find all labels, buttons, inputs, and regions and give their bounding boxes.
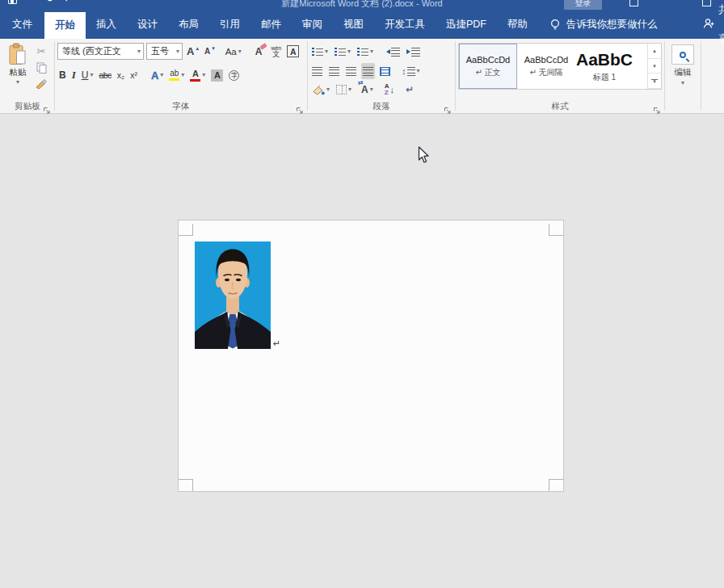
styles-scroll-down-icon[interactable]: ▾ xyxy=(648,59,661,74)
asian-layout-button[interactable]: ⇄A▾ xyxy=(360,82,375,98)
align-right-icon xyxy=(346,67,356,76)
text-effects-button[interactable]: A▾ xyxy=(149,67,165,83)
text-effects-caret-icon: ▾ xyxy=(160,72,163,78)
paragraph-mark-icon: ↵ xyxy=(406,84,414,95)
tab-home[interactable]: 开始 xyxy=(44,12,86,39)
tab-review[interactable]: 审阅 xyxy=(292,10,333,39)
tab-view[interactable]: 视图 xyxy=(333,10,374,39)
document-page[interactable]: ↵ xyxy=(178,220,564,492)
tab-pdf-addin[interactable]: 迅捷PDF xyxy=(436,10,497,39)
highlight-caret-icon: ▾ xyxy=(181,72,184,78)
character-shading-button[interactable]: A xyxy=(209,67,225,83)
align-left-button[interactable] xyxy=(310,63,324,79)
sign-in-button[interactable]: 登录 xyxy=(564,0,602,10)
styles-scroll-up-icon[interactable]: ▴ xyxy=(648,44,661,59)
justify-button[interactable] xyxy=(361,63,375,79)
paste-label: 粘贴 xyxy=(10,67,27,78)
tab-design[interactable]: 设计 xyxy=(127,10,168,39)
word-window: { "window": { "title": "新建Microsoft Word… xyxy=(0,0,724,588)
tab-insert[interactable]: 插入 xyxy=(86,10,127,39)
paste-caret-icon: ▾ xyxy=(16,79,19,86)
style-card-heading1[interactable]: AaBbC 标题 1 xyxy=(575,44,634,89)
styles-more-icon[interactable]: ▾ xyxy=(648,74,661,89)
highlight-color-button[interactable]: ab ▾ xyxy=(167,67,186,83)
ribbon-home: 粘贴 ▾ ✂ 剪贴板 等线 (西文正文 ▾ xyxy=(0,39,724,114)
tab-mailings[interactable]: 邮件 xyxy=(250,10,292,39)
subscript-button[interactable]: x₂ xyxy=(116,67,126,83)
editing-caret-icon[interactable]: ▾ xyxy=(681,80,684,86)
copy-button[interactable] xyxy=(32,61,50,74)
paragraph-end-mark: ↵ xyxy=(273,338,280,349)
document-area[interactable]: ↵ xyxy=(0,114,724,588)
paragraph-group: ▾ ▾ ▾ ↕▾ ▾ ▾ ⇄A▾ AZ ↓ xyxy=(308,39,455,113)
underline-button[interactable]: U▾ xyxy=(80,67,95,83)
show-hide-marks-button[interactable]: ↵ xyxy=(404,82,415,98)
font-color-caret-icon: ▾ xyxy=(202,72,205,78)
style-card-no-spacing[interactable]: AaBbCcDd ↵ 无间隔 xyxy=(517,44,575,89)
sort-button[interactable]: AZ ↓ xyxy=(383,82,396,98)
decrease-indent-icon xyxy=(386,48,400,57)
align-right-button[interactable] xyxy=(344,63,358,79)
find-button[interactable] xyxy=(671,44,694,65)
tell-me-box[interactable]: 告诉我你想要做什么 xyxy=(549,10,658,39)
shrink-font-button[interactable]: A▾ xyxy=(203,44,217,60)
shading-button[interactable]: ▾ xyxy=(310,82,331,98)
font-size-combo[interactable]: 五号 ▾ xyxy=(146,43,183,60)
borders-button[interactable]: ▾ xyxy=(335,82,353,98)
styles-dialog-launcher-icon[interactable] xyxy=(653,103,661,111)
editing-group: 编辑 ▾ xyxy=(665,39,701,113)
align-center-icon xyxy=(329,67,339,76)
paste-clipboard-icon xyxy=(8,43,28,66)
change-case-button[interactable]: Aa▾ xyxy=(224,44,243,60)
distribute-button[interactable] xyxy=(378,63,392,79)
numbering-caret-icon: ▾ xyxy=(347,48,351,55)
scissors-icon: ✂ xyxy=(37,45,46,57)
tab-references[interactable]: 引用 xyxy=(209,10,250,39)
align-center-button[interactable] xyxy=(327,63,341,79)
enclosed-character-icon: 字 xyxy=(229,70,239,81)
styles-group-label: 样式 xyxy=(456,101,664,112)
tab-help[interactable]: 帮助 xyxy=(497,10,538,39)
change-case-caret-icon: ▾ xyxy=(238,48,242,55)
tab-developer[interactable]: 开发工具 xyxy=(374,10,436,39)
multilevel-list-button[interactable]: ▾ xyxy=(356,44,375,60)
cut-button[interactable]: ✂ xyxy=(32,44,50,58)
mouse-cursor xyxy=(418,146,430,167)
clipboard-dialog-launcher-icon[interactable] xyxy=(43,103,51,111)
font-dialog-launcher-icon[interactable] xyxy=(296,103,304,111)
clear-formatting-button[interactable]: A xyxy=(254,44,264,60)
enclose-characters-button[interactable]: 字 xyxy=(227,67,241,83)
style-card-normal[interactable]: AaBbCcDd ↵ 正文 xyxy=(459,44,517,89)
superscript-button[interactable]: x² xyxy=(128,67,139,83)
character-border-button[interactable]: A xyxy=(285,44,301,60)
restore-window-icon[interactable] xyxy=(702,0,711,6)
tab-layout[interactable]: 布局 xyxy=(168,10,209,39)
paragraph-dialog-launcher-icon[interactable] xyxy=(444,103,452,111)
font-name-combo[interactable]: 等线 (西文正文 ▾ xyxy=(57,43,144,60)
highlight-icon: ab xyxy=(169,69,179,81)
italic-button[interactable]: I xyxy=(70,67,78,83)
paste-button[interactable]: 粘贴 ▾ xyxy=(3,41,32,90)
ribbon-display-options-icon[interactable] xyxy=(629,0,638,6)
margin-crop-mark-top-right xyxy=(549,224,563,236)
lightbulb-icon xyxy=(549,19,561,31)
bullets-caret-icon: ▾ xyxy=(325,48,328,55)
bold-button[interactable]: B xyxy=(57,67,68,83)
id-photo-image[interactable] xyxy=(195,242,271,349)
character-border-icon: A xyxy=(287,45,299,57)
styles-group: AaBbCcDd ↵ 正文 AaBbCcDd ↵ 无间隔 AaBbC 标题 1 … xyxy=(456,39,664,113)
grow-font-button[interactable]: A▴ xyxy=(185,44,200,60)
format-painter-icon xyxy=(36,79,47,89)
share-button[interactable]: 共享 xyxy=(703,10,724,39)
numbering-button[interactable]: ▾ xyxy=(333,44,352,60)
strikethrough-button[interactable]: abc xyxy=(97,67,112,83)
bullets-button[interactable]: ▾ xyxy=(310,44,330,60)
line-spacing-button[interactable]: ↕▾ xyxy=(400,63,422,79)
font-color-button[interactable]: A ▾ xyxy=(188,67,207,83)
increase-indent-button[interactable] xyxy=(405,44,422,60)
format-painter-button[interactable] xyxy=(32,77,50,90)
phonetic-guide-button[interactable]: wén文 xyxy=(269,44,283,60)
window-title: 新建Microsoft Word 文档 (2).docx - Word xyxy=(0,0,724,10)
decrease-indent-button[interactable] xyxy=(385,44,402,60)
tab-file[interactable]: 文件 xyxy=(0,10,44,39)
